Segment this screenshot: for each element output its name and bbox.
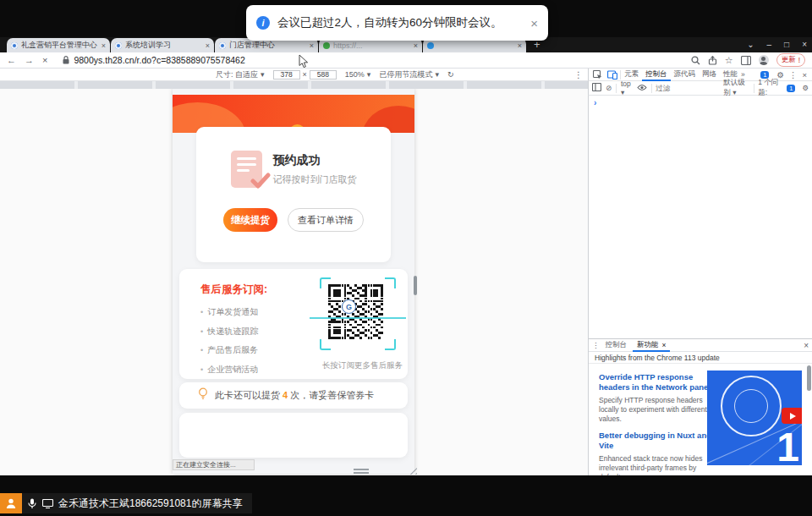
- page-scrollbar-thumb[interactable]: [414, 276, 417, 295]
- throttle-select[interactable]: 已停用节流模式 ▾: [379, 69, 439, 80]
- subscribe-title: 售后服务订阅:: [200, 283, 267, 297]
- window-controls: ⌄ – □ ×: [747, 37, 807, 52]
- drawer-tab-bar: ⋮ 控制台 新功能 × ×: [589, 339, 812, 352]
- console-sidebar-icon[interactable]: [592, 83, 601, 93]
- emulation-stage: 预约成功 记得按时到门店取货 继续提货 查看订单详情 售后服务订阅: •订单发货…: [0, 89, 588, 475]
- list-item: •订单发货通知: [200, 306, 258, 318]
- devtools-close-icon[interactable]: ×: [802, 70, 807, 80]
- console-output-area[interactable]: ›: [588, 96, 812, 338]
- tab-close-icon[interactable]: ×: [310, 41, 314, 50]
- qr-center-logo: G: [342, 299, 356, 314]
- qr-code-modules: [328, 284, 386, 342]
- minimize-icon[interactable]: –: [767, 40, 772, 49]
- whatsnew-desc: Enhanced stack trace now hides irrelevan…: [599, 454, 717, 475]
- tab-training[interactable]: 系统培训学习 ×: [111, 38, 214, 52]
- clear-console-icon[interactable]: ⊘: [606, 84, 612, 92]
- whatsnew-body: Override HTTP response headers in the Ne…: [589, 364, 812, 475]
- console-toolbar: ⊘ top ▾ 默认级别 ▾ 1 个问题: 1 ⚙: [588, 81, 812, 96]
- caret-down-icon: ▾: [367, 70, 371, 79]
- devtools-menu-icon[interactable]: ⋮: [789, 70, 798, 80]
- stop-icon[interactable]: ×: [42, 55, 47, 65]
- inspect-element-icon[interactable]: [593, 70, 602, 80]
- tab-close-icon[interactable]: ×: [414, 41, 418, 50]
- screen-share-icon: [42, 499, 53, 508]
- drawer-tab-whatsnew[interactable]: 新功能 ×: [633, 339, 670, 352]
- whatsnew-link[interactable]: Override HTTP response headers in the Ne…: [599, 372, 717, 393]
- tab-close-icon[interactable]: ×: [206, 41, 210, 50]
- zoom-select[interactable]: 150% ▾: [345, 70, 371, 79]
- url-text[interactable]: 9800ys.th28.cn/r.do?c=8385889075578462: [74, 55, 244, 65]
- chevron-down-icon[interactable]: ⌄: [747, 40, 754, 49]
- document-check-icon: [231, 151, 262, 188]
- forward-icon[interactable]: →: [25, 55, 34, 65]
- bookmark-star-icon[interactable]: ☆: [725, 55, 733, 66]
- caret-down-icon: ▾: [435, 70, 439, 79]
- share-icon[interactable]: [708, 56, 717, 65]
- tab-close-icon[interactable]: ×: [518, 41, 522, 50]
- maximize-icon[interactable]: □: [784, 40, 789, 49]
- bullet-icon: •: [200, 365, 203, 374]
- resize-handle[interactable]: [409, 466, 417, 475]
- qr-caption: 长按订阅更多售后服务: [322, 360, 403, 371]
- list-item: •快递轨迹跟踪: [200, 326, 258, 338]
- tab-label: 系统培训学习: [125, 40, 203, 51]
- lock-icon[interactable]: [63, 56, 69, 64]
- version-number: 1: [776, 424, 799, 465]
- window-close-icon[interactable]: ×: [802, 40, 807, 49]
- zoom-magnifier-icon[interactable]: [691, 56, 700, 65]
- profile-avatar[interactable]: [759, 55, 769, 65]
- site-favicon: [427, 42, 434, 49]
- console-prompt-icon: ›: [594, 98, 596, 107]
- rotate-device-icon[interactable]: ↻: [447, 70, 454, 79]
- console-filter-input[interactable]: [656, 84, 715, 92]
- drawer-tab-label: 新功能: [637, 340, 659, 350]
- device-toolbar-toggle-icon[interactable]: [607, 70, 617, 80]
- caret-down-icon: ▾: [261, 70, 265, 79]
- qr-code[interactable]: G: [320, 277, 396, 350]
- viewport-width-input[interactable]: [273, 70, 300, 80]
- youtube-play-icon[interactable]: [782, 408, 802, 424]
- device-size-select[interactable]: 尺寸: 自适应 ▾: [216, 69, 265, 80]
- live-expression-eye-icon[interactable]: [637, 84, 647, 93]
- presenter-avatar: [0, 493, 22, 513]
- toast-close-icon[interactable]: ×: [530, 16, 538, 30]
- console-settings-gear-icon[interactable]: ⚙: [802, 84, 809, 92]
- info-icon: i: [256, 16, 270, 30]
- view-order-button[interactable]: 查看订单详情: [288, 208, 364, 232]
- drawer-close-icon[interactable]: ×: [804, 341, 809, 350]
- screen-share-label: 金禾通技术王斌18662591081的屏幕共享: [58, 497, 242, 511]
- pickup-tip-card: 此卡还可以提货 4 次，请妥善保管券卡: [179, 382, 408, 409]
- browser-status-text: 正在建立安全连接...: [173, 459, 255, 470]
- drawer-scrollbar-thumb[interactable]: [807, 365, 811, 391]
- device-toolbar-menu-icon[interactable]: ⋮: [574, 70, 583, 80]
- back-icon[interactable]: ←: [7, 55, 16, 65]
- whatsnew-link[interactable]: Better debugging in Nuxt and Vite: [599, 431, 717, 452]
- tab-close-icon[interactable]: ×: [102, 41, 106, 50]
- site-favicon: [219, 42, 226, 49]
- qr-scanline: [310, 317, 406, 319]
- tab-gift-admin[interactable]: 礼盒营销平台管理中心 ×: [7, 38, 110, 52]
- continue-pickup-button[interactable]: 继续提货: [223, 208, 277, 232]
- tab-console[interactable]: 控制台: [642, 69, 671, 81]
- site-favicon: [115, 42, 122, 49]
- drawer-menu-icon[interactable]: ⋮: [592, 341, 600, 349]
- zoom-value: 150%: [345, 70, 365, 79]
- whatsnew-thumbnail[interactable]: 1: [707, 371, 802, 465]
- site-favicon: [323, 42, 330, 49]
- drawer-tab-close-icon[interactable]: ×: [662, 341, 667, 349]
- drawer-drag-handle[interactable]: [354, 469, 369, 475]
- side-panel-icon[interactable]: [741, 56, 751, 65]
- context-value: top: [621, 80, 631, 88]
- drawer-tab-console[interactable]: 控制台: [601, 339, 632, 352]
- list-item: •企业营销活动: [200, 364, 258, 376]
- tab-network[interactable]: 网络: [699, 69, 720, 81]
- tab-sources[interactable]: 源代码: [671, 69, 700, 81]
- context-select[interactable]: top ▾: [621, 80, 633, 96]
- viewport-height-input[interactable]: [310, 70, 337, 80]
- empty-card: [179, 413, 408, 458]
- bullet-icon: •: [200, 308, 203, 316]
- issues-count-badge[interactable]: 1: [787, 85, 795, 92]
- update-button[interactable]: 更新 !: [776, 53, 805, 67]
- tab-label: 门店管理中心: [229, 40, 307, 51]
- whatsnew-desc: Specify HTTP response headers locally to…: [599, 396, 717, 424]
